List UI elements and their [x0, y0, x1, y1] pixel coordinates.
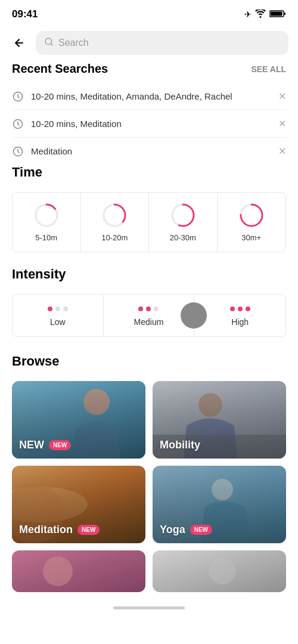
close-button-1[interactable]: ✕	[278, 91, 286, 102]
battery-icon	[269, 10, 286, 20]
browse-card-mobility-title: Mobility	[160, 439, 200, 451]
recent-searches-header: Recent Searches SEE ALL	[0, 62, 298, 76]
intensity-high[interactable]: High	[194, 295, 285, 336]
browse-partial-card-2[interactable]	[153, 550, 286, 592]
browse-card-yoga[interactable]: Yoga NEW	[153, 466, 286, 543]
time-option-30plus[interactable]: 30m+	[218, 193, 286, 252]
intensity-dots-low	[48, 306, 68, 311]
browse-partial-row	[12, 550, 286, 592]
dot-medium-3	[154, 306, 159, 311]
intensity-low[interactable]: Low	[13, 295, 104, 336]
browse-grid: NEW NEW	[12, 381, 286, 543]
svg-point-28	[209, 558, 235, 584]
browse-card-mobility[interactable]: Mobility	[153, 381, 286, 459]
search-header: Search	[0, 26, 298, 62]
search-item-text-1: 10-20 mins, Meditation, Amanda, DeAndre,…	[31, 90, 232, 103]
browse-partial-card-1[interactable]	[12, 550, 145, 592]
time-ring-10-20	[101, 202, 128, 228]
intensity-grid: Low Medium High	[12, 294, 286, 337]
intensity-medium[interactable]: Medium	[104, 295, 195, 336]
dot-low-2	[55, 306, 60, 311]
browse-card-meditation-content: Meditation NEW	[19, 524, 138, 536]
time-grid: 5-10m 10-20m 20-30m 30m+	[12, 192, 286, 252]
clock-icon-1	[12, 91, 24, 103]
intensity-slider-handle[interactable]	[181, 302, 207, 329]
time-option-5-10[interactable]: 5-10m	[13, 193, 81, 252]
dot-high-3	[246, 306, 250, 311]
recent-searches-title: Recent Searches	[12, 62, 108, 76]
time-label-20-30: 20-30m	[170, 233, 196, 242]
status-icons: ✈	[244, 10, 286, 20]
time-option-20-30[interactable]: 20-30m	[149, 193, 218, 252]
browse-title: Browse	[12, 354, 286, 369]
time-section: Time 5-10m 10-20m 20-30m	[0, 165, 298, 252]
svg-rect-2	[271, 11, 283, 16]
svg-rect-1	[284, 13, 286, 15]
close-button-2[interactable]: ✕	[278, 118, 286, 129]
time-ring-5-10	[33, 202, 60, 228]
see-all-button[interactable]: SEE ALL	[251, 64, 286, 74]
dot-low-1	[48, 306, 52, 311]
browse-card-new-badge: NEW	[49, 440, 71, 450]
clock-icon-2	[12, 118, 24, 130]
bottom-bar	[0, 597, 298, 614]
dot-high-2	[238, 306, 243, 311]
home-indicator	[113, 606, 185, 609]
browse-card-new-title: NEW	[19, 439, 44, 451]
browse-card-mobility-content: Mobility	[160, 439, 279, 451]
intensity-dots-high	[230, 306, 250, 311]
intensity-label-high: High	[231, 317, 249, 327]
intensity-label-low: Low	[50, 317, 66, 327]
intensity-title: Intensity	[12, 267, 286, 282]
time-label-30plus: 30m+	[241, 233, 261, 242]
search-placeholder: Search	[58, 38, 89, 48]
status-bar: 09:41 ✈	[0, 0, 298, 26]
wifi-icon	[255, 10, 266, 20]
search-box[interactable]: Search	[36, 31, 288, 55]
dot-medium-2	[146, 306, 151, 311]
search-item-2: 10-20 mins, Meditation ✕	[0, 110, 298, 137]
time-label-5-10: 5-10m	[35, 233, 57, 242]
search-item-text-3: Meditation	[31, 145, 72, 157]
browse-card-new-content: NEW NEW	[19, 439, 138, 451]
browse-card-yoga-content: Yoga NEW	[160, 524, 279, 536]
browse-partial-image-1	[12, 550, 145, 592]
back-button[interactable]	[10, 33, 29, 52]
browse-card-yoga-badge: NEW	[190, 525, 212, 535]
time-label-10-20: 10-20m	[101, 233, 128, 242]
dot-low-3	[63, 306, 68, 311]
browse-card-yoga-title: Yoga	[160, 524, 185, 536]
browse-partial-image-2	[153, 550, 286, 592]
browse-card-new[interactable]: NEW NEW	[12, 381, 145, 459]
time-title: Time	[12, 165, 286, 180]
browse-card-meditation-title: Meditation	[19, 524, 73, 536]
airplane-icon: ✈	[244, 10, 252, 19]
browse-card-meditation-badge: NEW	[77, 525, 100, 535]
status-time: 09:41	[12, 8, 38, 20]
time-ring-30plus	[238, 202, 265, 228]
dot-medium-1	[138, 306, 143, 311]
search-item-3: Meditation ✕	[0, 138, 298, 165]
intensity-label-medium: Medium	[134, 317, 164, 327]
search-item-text-2: 10-20 mins, Meditation	[31, 117, 122, 130]
browse-section: Browse	[0, 354, 298, 592]
dot-high-1	[230, 306, 235, 311]
svg-point-26	[43, 556, 73, 586]
time-option-10-20[interactable]: 10-20m	[81, 193, 150, 252]
search-item-1: 10-20 mins, Meditation, Amanda, DeAndre,…	[0, 83, 298, 110]
close-button-3[interactable]: ✕	[278, 145, 286, 157]
intensity-section: Intensity Low Medium	[0, 267, 298, 337]
time-ring-20-30	[170, 202, 196, 228]
intensity-dots-medium	[138, 306, 159, 311]
svg-rect-25	[12, 550, 145, 592]
browse-card-meditation[interactable]: Meditation NEW	[12, 466, 145, 543]
search-icon	[44, 37, 54, 49]
clock-icon-3	[12, 145, 24, 157]
